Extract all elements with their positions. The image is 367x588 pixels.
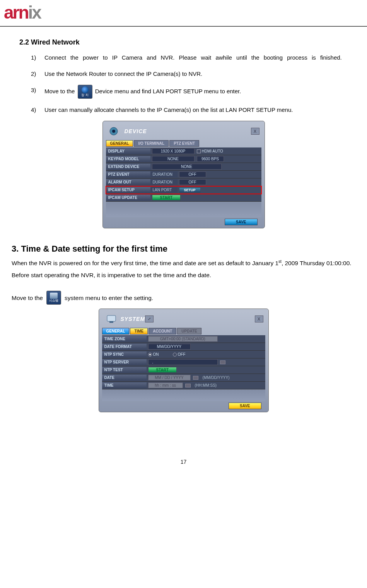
tab-io-terminal[interactable]: I/O TERMINAL (134, 140, 169, 147)
tab-account[interactable]: ACCOUNT (149, 328, 176, 334)
row-alarm: ALARM OUT DURATION OFF (106, 178, 261, 186)
section-subheading: 2.2 Wired Network (19, 38, 355, 46)
tab-ptz-event[interactable]: PTZ EVENT (169, 140, 199, 147)
body-paragraph: When the NVR is powered on for the very … (12, 257, 355, 281)
system-dialog: SYSTEM ⤢ X GENERAL TIME ACCOUNT UPDATE T… (99, 309, 269, 412)
step-text: Move to the Device menu and find LAN POR… (44, 85, 355, 99)
logo-right: ix (28, 2, 41, 22)
dialog-title: SYSTEM (121, 316, 145, 322)
time-field[interactable]: hh : mm : ss (148, 382, 183, 388)
row-val: MM/DD/YYYY (147, 343, 265, 350)
row-ptz: PTZ EVENT DURATION OFF (106, 171, 261, 178)
row-label: NTP SYNC (102, 351, 147, 357)
close-icon[interactable]: X (255, 315, 263, 322)
row-label: TIME ZONE (102, 336, 147, 342)
row-label: DATE (102, 375, 147, 381)
dialog-header: SYSTEM ⤢ X (102, 312, 265, 328)
checkbox-icon (197, 149, 201, 153)
dateformat-field[interactable]: MM/DD/YYYY (148, 344, 191, 350)
row-val: ON OFF (147, 351, 265, 357)
logo: arnix (4, 2, 41, 22)
row-time: TIME hh : mm : ss (HH:MM:SS) (102, 382, 265, 389)
time-hint: (HH:MM:SS) (195, 383, 217, 387)
row-extend: EXTEND DEVICE NONE (106, 163, 261, 171)
device-dialog-figure: DEVICE X GENERAL I/O TERMINAL PTZ EVENT … (12, 121, 355, 228)
date-field[interactable]: MM / DD / YYYY (148, 375, 191, 381)
row-label: NTP TEST (102, 367, 147, 373)
system-dialog-figure: SYSTEM ⤢ X GENERAL TIME ACCOUNT UPDATE T… (12, 309, 355, 412)
ntp-on-radio[interactable]: ON (148, 352, 159, 357)
display-resolution[interactable]: 1920 X 1080P (152, 148, 195, 154)
step-num: 4) (31, 105, 44, 115)
hdmi-auto-checkbox[interactable]: HDMI AUTO (197, 149, 223, 153)
step-text: User can manually allocate channels to t… (44, 105, 355, 115)
checkbox-label: HDMI AUTO (202, 149, 223, 153)
row-ipcam-update: IPCAM UPDATE START (106, 194, 261, 202)
ntp-off-radio[interactable]: OFF (173, 352, 186, 357)
tab-general[interactable]: GENERAL (106, 140, 133, 147)
row-label: KEYPAD MODEL (106, 156, 150, 162)
row-label: NTP SERVER (102, 359, 147, 365)
pin-icon[interactable]: ⤢ (145, 315, 154, 322)
row-val: 1920 X 1080P HDMI AUTO (150, 147, 261, 155)
body-text-a: When the NVR is powered on for the very … (12, 260, 278, 266)
close-icon[interactable]: X (251, 128, 259, 135)
radio-icon (148, 353, 152, 357)
row-label: PTZ EVENT (106, 171, 150, 177)
row-val: NONE 9600 BPS (150, 155, 261, 163)
row-val: START (147, 366, 265, 374)
keypad-bps[interactable]: 9600 BPS (197, 156, 224, 162)
logo-left: arn (4, 2, 28, 22)
save-button[interactable]: SAVE (229, 403, 261, 409)
ptz-duration[interactable]: OFF (179, 171, 206, 177)
step-pre: Move to the (44, 88, 75, 94)
svg-rect-3 (109, 321, 113, 323)
row-date: DATE MM / DD / YYYY (MM/DD/YYYY) (102, 374, 265, 382)
tab-time[interactable]: TIME (130, 328, 148, 334)
alarm-duration[interactable]: OFF (179, 179, 206, 185)
row-sublabel: DURATION (150, 171, 178, 177)
dialog-spacer (106, 202, 261, 217)
lan-port-setup-button[interactable]: SETUP (179, 187, 201, 193)
move-post: system menu to enter the setting. (65, 292, 153, 304)
keypad-model[interactable]: NONE (152, 156, 195, 162)
date-hint: (MM/DD/YYYY) (203, 375, 230, 380)
row-sublabel: LAN PORT (150, 187, 178, 193)
tabs: GENERAL I/O TERMINAL PTZ EVENT (106, 140, 261, 147)
keyboard-icon[interactable] (193, 376, 198, 380)
ipcam-update-start-button[interactable]: START (152, 195, 181, 201)
ntp-server-field[interactable]: . (148, 359, 218, 365)
dialog-header: DEVICE X (106, 124, 261, 140)
content: 2.2 Wired Network 1) Connect the power t… (0, 38, 367, 412)
row-val: START (150, 194, 261, 201)
save-row: SAVE (102, 401, 265, 409)
row-val: MM / DD / YYYY (MM/DD/YYYY) (147, 374, 265, 381)
row-label: TIME (102, 382, 147, 388)
step-4: 4) User can manually allocate channels t… (31, 105, 355, 115)
step-text: Use the Network Router to connect the IP… (44, 69, 355, 79)
radio-label: OFF (178, 352, 186, 357)
row-ipcam-setup: IPCAM SETUP LAN PORT SETUP (106, 186, 261, 194)
row-val: NONE (150, 163, 261, 170)
row-val: GMT+00:00 (STANDARD) (147, 335, 265, 343)
step-3: 3) Move to the Device menu and find LAN … (31, 85, 355, 99)
keyboard-icon[interactable] (220, 360, 225, 364)
dialog-spacer (102, 389, 265, 401)
step-num: 2) (31, 69, 44, 79)
row-val: OFF (178, 171, 261, 178)
section-heading: 3. Time & Date setting for the first tim… (12, 244, 355, 254)
extend-device[interactable]: NONE (152, 164, 222, 170)
move-pre: Move to the (12, 292, 43, 304)
row-dateformat: DATE FORMAT MM/DD/YYYY (102, 343, 265, 351)
row-label: DISPLAY (106, 148, 150, 154)
page-number: 17 (0, 459, 367, 465)
timezone-field[interactable]: GMT+00:00 (STANDARD) (148, 336, 218, 342)
save-button[interactable]: SAVE (225, 219, 258, 225)
keyboard-icon[interactable] (185, 384, 191, 387)
ntp-test-start-button[interactable]: START (148, 367, 177, 373)
move-instruction: Move to the system menu to enter the set… (12, 291, 355, 305)
tab-general[interactable]: GENERAL (102, 328, 130, 334)
system-menu-icon (46, 291, 61, 305)
tab-update[interactable]: UPDATE (177, 328, 201, 334)
row-label: EXTEND DEVICE (106, 164, 150, 170)
